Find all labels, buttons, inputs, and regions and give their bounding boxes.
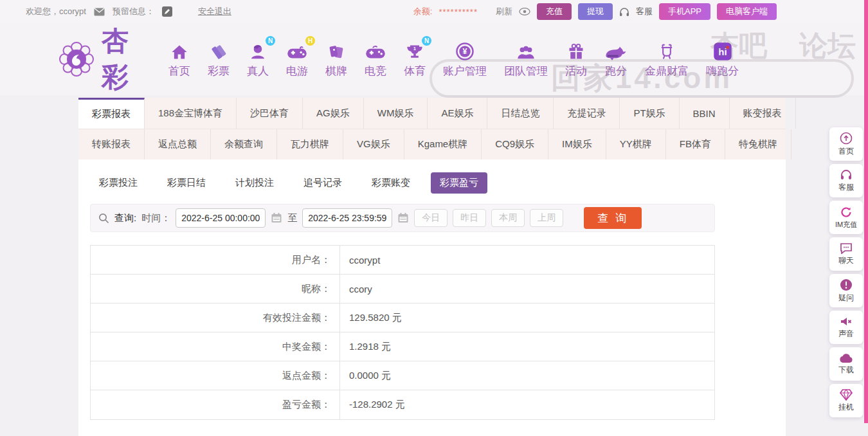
- rail-label: 聊天: [838, 255, 854, 266]
- last-week-button[interactable]: 上周: [530, 209, 563, 227]
- report-tabs-row1: 彩票报表 188金宝博体育 沙巴体育 AG娱乐 WM娱乐 AE娱乐 日结总览 充…: [78, 98, 786, 129]
- slots-gamepad-icon: H: [287, 41, 307, 61]
- new-badge: N: [422, 36, 431, 46]
- tab-lottery-report[interactable]: 彩票报表: [78, 98, 145, 129]
- tab-vg[interactable]: VG娱乐: [343, 129, 404, 159]
- chat-bubble-icon: [840, 242, 853, 254]
- cloud-icon: [839, 353, 853, 363]
- start-time-input[interactable]: [176, 208, 266, 228]
- tab-wm[interactable]: WM娱乐: [364, 98, 428, 129]
- top-bar: 欢迎您，ccorypt 预留信息： 安全退出 余额: ********** 刷新…: [0, 0, 868, 23]
- envelope-icon[interactable]: [94, 8, 105, 16]
- mobile-app-button[interactable]: 手机APP: [659, 3, 710, 20]
- service-label[interactable]: 客服: [636, 6, 653, 17]
- rail-chat[interactable]: 聊天: [829, 237, 863, 271]
- tab-rebate-total[interactable]: 返点总额: [145, 129, 211, 159]
- hot-badge: H: [305, 36, 315, 46]
- calendar-icon[interactable]: [271, 212, 282, 224]
- rail-service[interactable]: 客服: [829, 164, 863, 197]
- rail-im-recharge[interactable]: IM充值: [829, 201, 863, 234]
- tab-im[interactable]: IM娱乐: [548, 129, 606, 159]
- nav-item-live[interactable]: N 真人: [247, 41, 269, 78]
- nav-item-paofen[interactable]: 跑分: [604, 41, 628, 78]
- nav-item-lottery[interactable]: 彩票: [208, 41, 230, 78]
- yesterday-button[interactable]: 昨日: [453, 209, 486, 227]
- subtab-lottery-profit-loss[interactable]: 彩票盈亏: [431, 172, 487, 194]
- nav-label: 嗨跑分: [706, 64, 739, 78]
- subtab-plan-bets[interactable]: 计划投注: [226, 172, 283, 194]
- tab-ae[interactable]: AE娱乐: [428, 98, 487, 129]
- tab-kgame[interactable]: Kgame棋牌: [404, 129, 482, 159]
- rail-sound[interactable]: 声音: [829, 311, 863, 344]
- site-logo[interactable]: 杏彩: [58, 23, 153, 95]
- tab-wali[interactable]: 瓦力棋牌: [277, 129, 343, 159]
- nav-item-account[interactable]: ¥ 账户管理: [443, 41, 487, 78]
- pc-client-button[interactable]: 电脑客户端: [717, 3, 777, 20]
- calendar-icon[interactable]: [397, 212, 409, 224]
- tab-tetu[interactable]: 特兔棋牌: [725, 129, 791, 159]
- svg-text:hi: hi: [718, 46, 727, 57]
- tab-pt[interactable]: PT娱乐: [620, 98, 679, 129]
- nav-item-team[interactable]: 团队管理: [504, 41, 548, 78]
- rail-hangup[interactable]: 挂机: [829, 384, 863, 417]
- nav-item-activity[interactable]: 活动: [565, 41, 587, 78]
- nav-item-boardgames[interactable]: 棋牌: [325, 41, 347, 78]
- main-nav: 首页 彩票 N 真人 H 电游 棋牌: [168, 41, 739, 78]
- rail-download[interactable]: 下载: [829, 347, 863, 381]
- tab-daily-summary[interactable]: 日结总览: [487, 98, 554, 129]
- rhino-icon: [604, 41, 628, 61]
- nav-item-home[interactable]: 首页: [168, 41, 190, 78]
- report-content: 彩票投注 彩票日结 计划投注 追号记录 彩票账变 彩票盈亏 查询: 时间： 至 …: [78, 159, 786, 431]
- tab-cq9[interactable]: CQ9娱乐: [482, 129, 548, 159]
- tab-transfer-report[interactable]: 转账报表: [78, 129, 145, 159]
- nav-item-jinding[interactable]: 金鼎财富: [645, 41, 689, 78]
- table-row-username: 用户名： ccorypt: [91, 246, 714, 275]
- subtab-lottery-account-change[interactable]: 彩票账变: [363, 172, 419, 194]
- tab-ag[interactable]: AG娱乐: [303, 98, 364, 129]
- today-button[interactable]: 今日: [414, 209, 448, 227]
- refresh-label[interactable]: 刷新: [496, 6, 512, 17]
- subtab-lottery-daily[interactable]: 彩票日结: [158, 172, 215, 194]
- trophy-icon: 1 N: [406, 41, 424, 61]
- rail-label: 首页: [838, 146, 854, 157]
- this-week-button[interactable]: 本周: [491, 209, 525, 227]
- row-value: -128.2902 元: [340, 390, 405, 419]
- rail-home[interactable]: 首页: [829, 127, 863, 161]
- recharge-button[interactable]: 充值: [537, 3, 572, 20]
- eye-icon[interactable]: [519, 8, 530, 15]
- tab-saba-sports[interactable]: 沙巴体育: [237, 98, 303, 129]
- withdraw-button[interactable]: 提现: [578, 3, 613, 20]
- subtab-chase-records[interactable]: 追号记录: [294, 172, 351, 194]
- nav-item-esports[interactable]: 电竞: [365, 41, 386, 78]
- to-label: 至: [287, 212, 297, 224]
- nav-item-sports[interactable]: 1 N 体育: [404, 41, 426, 78]
- nav-item-slots[interactable]: H 电游: [286, 41, 308, 78]
- query-submit-button[interactable]: 查 询: [584, 207, 642, 229]
- end-time-input[interactable]: [302, 208, 392, 228]
- arrow-up-circle-icon: [840, 132, 853, 145]
- row-label: 昵称：: [91, 275, 340, 303]
- subtab-lottery-bets[interactable]: 彩票投注: [90, 172, 147, 194]
- tab-balance-query[interactable]: 余额查询: [211, 129, 277, 159]
- tab-188-sports[interactable]: 188金宝博体育: [145, 98, 237, 129]
- live-person-icon: N: [248, 41, 267, 61]
- row-value: 1.2918 元: [340, 332, 391, 361]
- nav-label: 跑分: [605, 64, 627, 78]
- headset-icon: [840, 169, 853, 181]
- logout-link[interactable]: 安全退出: [198, 6, 231, 17]
- tab-yy[interactable]: YY棋牌: [606, 129, 666, 159]
- tab-bbin[interactable]: BBIN: [680, 98, 730, 129]
- rail-question[interactable]: 疑问: [829, 274, 863, 307]
- exclamation-icon: [840, 278, 853, 291]
- nav-item-hipaofen[interactable]: hi 嗨跑分: [706, 41, 739, 78]
- nav-label: 体育: [404, 64, 426, 78]
- edit-icon[interactable]: [162, 6, 172, 17]
- tab-deposit-withdraw[interactable]: 充提记录: [554, 98, 620, 129]
- rail-label: 下载: [838, 365, 854, 376]
- tab-fb[interactable]: FB体育: [666, 129, 725, 159]
- mute-speaker-icon: [840, 316, 853, 327]
- report-tabs-row2: 转账报表 返点总额 余额查询 瓦力棋牌 VG娱乐 Kgame棋牌 CQ9娱乐 I…: [78, 129, 786, 159]
- nav-label: 账户管理: [443, 64, 487, 78]
- flower-logo-icon: [58, 41, 95, 78]
- tab-account-change[interactable]: 账变报表: [730, 98, 796, 129]
